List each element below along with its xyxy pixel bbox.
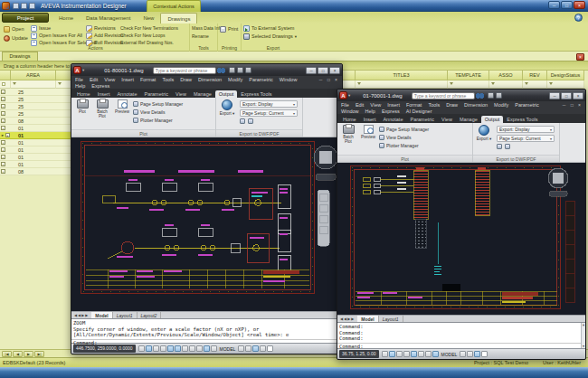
acad-ribbon-tab[interactable]: Annotate bbox=[379, 116, 406, 123]
toggle-button[interactable] bbox=[146, 345, 152, 352]
export-mode-dropdown[interactable]: Export: Display▾ bbox=[240, 100, 298, 108]
toggle-button[interactable] bbox=[460, 351, 466, 357]
doc-close-button[interactable]: × bbox=[329, 67, 340, 74]
expand-icon[interactable] bbox=[1, 140, 5, 145]
menu-item[interactable]: Edit bbox=[90, 77, 98, 82]
expand-icon[interactable] bbox=[1, 162, 5, 166]
toggle-button[interactable] bbox=[252, 345, 259, 352]
viewcube[interactable] bbox=[548, 168, 568, 188]
column-header-title3[interactable]: TITLE3 bbox=[356, 71, 448, 80]
acad-ribbon-tab[interactable]: View bbox=[172, 90, 190, 98]
model-space-button[interactable]: MODEL bbox=[218, 346, 238, 352]
column-header-rev[interactable]: REV bbox=[523, 71, 547, 80]
filter-funnel-icon[interactable] bbox=[13, 82, 16, 87]
maximize-button[interactable]: □ bbox=[561, 1, 573, 9]
qat-dropdown-icon[interactable]: ▾ bbox=[348, 93, 350, 98]
menu-item[interactable]: Express bbox=[91, 83, 109, 89]
expand-icon[interactable] bbox=[1, 97, 5, 101]
navigation-bar[interactable] bbox=[318, 190, 329, 246]
menu-item[interactable]: View bbox=[370, 102, 381, 108]
toggle-button[interactable] bbox=[389, 351, 395, 357]
acad-ribbon-tab[interactable]: Manage bbox=[456, 116, 481, 123]
doc-restore-button[interactable]: □ bbox=[561, 92, 572, 99]
menu-item[interactable]: Format bbox=[140, 77, 156, 82]
export-button[interactable]: Export ▾ bbox=[475, 125, 493, 141]
infocenter-icon[interactable] bbox=[229, 67, 235, 73]
next-record-button[interactable]: ▶ bbox=[24, 351, 33, 357]
infocenter-icon[interactable] bbox=[245, 67, 251, 73]
menu-item[interactable]: View bbox=[104, 77, 115, 82]
expand-icon[interactable] bbox=[5, 133, 10, 137]
prev-record-button[interactable]: ◀ bbox=[13, 351, 23, 357]
contextual-actions-tab[interactable]: Contextual Actions bbox=[147, 0, 201, 12]
acad-ribbon-tab[interactable]: Insert bbox=[94, 90, 114, 98]
drawing-canvas[interactable] bbox=[71, 137, 342, 311]
print-button[interactable]: Print bbox=[220, 25, 238, 33]
menu-item[interactable]: Parametric bbox=[515, 102, 539, 108]
qat-icon[interactable] bbox=[21, 3, 27, 9]
menu-item[interactable]: Help bbox=[75, 83, 85, 89]
export-option-icon[interactable] bbox=[497, 144, 502, 149]
menu-item[interactable]: Express bbox=[382, 109, 400, 114]
filter-funnel-icon[interactable] bbox=[357, 82, 361, 87]
infocenter-search-input[interactable] bbox=[153, 67, 216, 74]
acad-ribbon-tab[interactable]: Insert bbox=[360, 116, 380, 123]
command-prompt[interactable]: Command: bbox=[71, 340, 342, 346]
toggle-button[interactable] bbox=[238, 345, 244, 352]
acad-ribbon-tab[interactable]: Home bbox=[73, 90, 94, 98]
qat-dropdown-icon[interactable]: ▾ bbox=[82, 68, 84, 72]
first-record-button[interactable]: |◀ bbox=[2, 351, 12, 357]
close-button[interactable]: × bbox=[574, 1, 585, 9]
command-scrollbar[interactable]: ▲▼ bbox=[581, 323, 585, 348]
acad-ribbon-tab[interactable]: Output bbox=[481, 116, 504, 123]
acad-ribbon-tab[interactable]: Parametric bbox=[406, 116, 438, 123]
column-header-template[interactable]: TEMPLATE bbox=[448, 71, 489, 80]
toggle-button[interactable] bbox=[432, 351, 439, 357]
toggle-button[interactable] bbox=[418, 351, 424, 357]
toggle-button[interactable] bbox=[153, 345, 159, 352]
menu-item[interactable]: File bbox=[75, 77, 83, 82]
page-setup-manager-button[interactable]: Page Setup Manager bbox=[379, 126, 429, 133]
search-binoculars-icon[interactable] bbox=[476, 93, 484, 99]
doc-minimize-button[interactable]: ─ bbox=[306, 67, 317, 74]
expand-icon[interactable] bbox=[1, 169, 5, 174]
filter-funnel-icon[interactable] bbox=[58, 82, 62, 87]
expand-icon[interactable] bbox=[1, 155, 5, 159]
minimize-button[interactable]: ─ bbox=[548, 1, 560, 9]
ribbon-tab[interactable]: Data Management bbox=[80, 13, 137, 24]
column-header-designstatus[interactable]: DesignStatus bbox=[547, 71, 584, 80]
panel-close-button[interactable]: × bbox=[576, 53, 584, 61]
menu-item[interactable]: AI Designer bbox=[406, 109, 432, 114]
column-header-area[interactable]: AREA bbox=[11, 71, 56, 80]
mdi-window-controls[interactable]: ─ □ × bbox=[563, 102, 583, 108]
view-details-button[interactable]: View Details bbox=[133, 109, 183, 116]
expand-icon[interactable] bbox=[1, 111, 5, 116]
acad-ribbon-tab[interactable]: Express Tools bbox=[237, 90, 275, 98]
add-revision-button[interactable]: Add Revision bbox=[86, 32, 123, 39]
plot-panel-label[interactable]: Plot bbox=[71, 129, 215, 137]
preview-button[interactable]: Preview bbox=[359, 125, 377, 144]
model-space-button[interactable]: MODEL bbox=[440, 352, 460, 357]
plotter-manager-button[interactable]: Plotter Manager bbox=[379, 142, 429, 149]
page-setup-dropdown[interactable]: Page Setup: Current▾ bbox=[240, 109, 298, 117]
drawings-panel-tab[interactable]: Drawings bbox=[2, 52, 38, 61]
menu-item[interactable]: File bbox=[341, 102, 349, 108]
infocenter-icon[interactable] bbox=[488, 92, 494, 99]
filter-funnel-icon[interactable] bbox=[491, 82, 495, 87]
acad-ribbon-tab[interactable]: Parametric bbox=[140, 90, 172, 98]
autocad-logo-icon[interactable] bbox=[339, 91, 347, 99]
view-details-button[interactable]: View Details bbox=[379, 134, 429, 141]
open-issues-for-all-button[interactable]: Open Issues For All bbox=[31, 32, 82, 39]
column-header-asso[interactable]: ASSO bbox=[489, 71, 523, 80]
viewcube[interactable] bbox=[314, 146, 337, 169]
filter-funnel-icon[interactable] bbox=[549, 82, 553, 87]
help-icon[interactable]: ? bbox=[574, 14, 583, 22]
toggle-button[interactable] bbox=[396, 351, 403, 357]
acad-ribbon-tab[interactable]: Home bbox=[339, 116, 360, 123]
acad-ribbon-tab[interactable]: Output bbox=[215, 90, 238, 98]
toggle-button[interactable] bbox=[196, 345, 203, 352]
export-option-icon[interactable] bbox=[240, 118, 245, 124]
menu-item[interactable]: Tools bbox=[428, 102, 440, 108]
layout-tab-arrows[interactable]: ◀◀▶▶ bbox=[337, 317, 357, 321]
menu-item[interactable]: Insert bbox=[387, 102, 400, 108]
